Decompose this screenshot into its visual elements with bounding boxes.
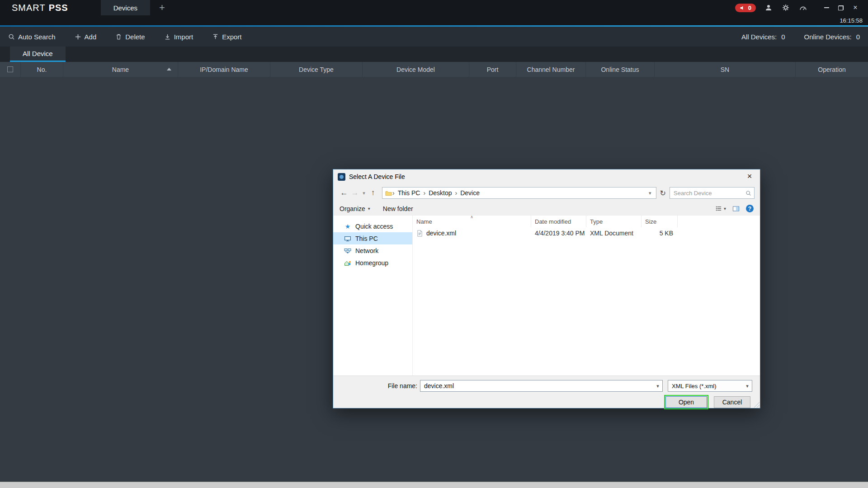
preview-pane-icon [732, 205, 740, 212]
help-button[interactable]: ? [746, 205, 754, 212]
clock-text: 16:15:58 [840, 17, 863, 24]
import-label: Import [174, 33, 193, 41]
cancel-button[interactable]: Cancel [714, 396, 750, 408]
column-channel-number[interactable]: Channel Number [516, 62, 586, 77]
titlebar-right: 0 × [735, 2, 868, 13]
file-column-size-label: Size [645, 218, 656, 225]
address-dropdown-icon[interactable]: ▾ [647, 190, 653, 196]
minimize-icon [824, 7, 829, 8]
search-icon [8, 33, 15, 40]
dialog-command-bar: Organize ▾ New folder ▾ ? [333, 202, 760, 216]
column-device-model[interactable]: Device Model [363, 62, 469, 77]
brand-smart: SMART [12, 3, 46, 13]
add-label: Add [85, 33, 97, 41]
open-button[interactable]: Open [665, 396, 707, 408]
search-input[interactable] [673, 189, 745, 197]
homegroup-icon [344, 259, 351, 267]
add-tab-button[interactable]: + [159, 3, 165, 12]
dialog-title: Select A Device File [349, 173, 405, 180]
quick-access-star-icon: ★ [344, 223, 351, 230]
auto-search-button[interactable]: Auto Search [8, 33, 56, 41]
tab-devices-label: Devices [113, 4, 137, 12]
restore-button[interactable] [835, 2, 847, 13]
address-bar[interactable]: › This PC › Desktop › Device ▾ [382, 187, 656, 199]
delete-button[interactable]: Delete [115, 33, 145, 41]
dialog-close-button[interactable]: × [739, 169, 760, 183]
column-sn[interactable]: SN [655, 62, 796, 77]
dialog-navbar: ← → ▾ ↑ › This PC › Desktop › Device ▾ ↻ [333, 184, 760, 202]
online-devices-counter: Online Devices: 0 [804, 33, 860, 41]
file-column-name[interactable]: Name ∧ [413, 216, 531, 227]
trash-icon [115, 33, 122, 40]
organize-button[interactable]: Organize ▾ [340, 205, 370, 212]
file-name-cell: device.xml [413, 230, 531, 237]
restore-icon [838, 5, 844, 10]
new-folder-label: New folder [383, 205, 413, 212]
column-online-status[interactable]: Online Status [586, 62, 655, 77]
file-sort-caret-icon: ∧ [470, 215, 473, 219]
sidebar-item-this-pc[interactable]: This PC [333, 232, 412, 244]
column-name[interactable]: Name [63, 62, 178, 77]
column-port[interactable]: Port [469, 62, 516, 77]
column-no[interactable]: No. [21, 62, 63, 77]
close-button[interactable]: × [849, 2, 862, 13]
file-row-device-xml[interactable]: device.xml 4/4/2019 3:40 PM XML Document… [413, 227, 760, 239]
breadcrumb-desktop[interactable]: Desktop [426, 189, 454, 197]
file-column-date[interactable]: Date modified [531, 216, 586, 227]
file-column-type[interactable]: Type [586, 216, 642, 227]
preview-pane-button[interactable] [732, 205, 740, 212]
dashboard-gauge-icon[interactable] [798, 3, 807, 12]
file-column-size[interactable]: Size [642, 216, 678, 227]
search-box [670, 187, 755, 199]
export-button[interactable]: Export [212, 33, 241, 41]
breadcrumb-device[interactable]: Device [458, 189, 482, 197]
export-label: Export [222, 33, 241, 41]
all-devices-label: All Devices: [741, 33, 777, 41]
device-toolbar: Auto Search Add Delete Import Export All… [0, 27, 868, 47]
tab-devices[interactable]: Devices [101, 0, 150, 15]
select-all-cell [0, 62, 21, 77]
bottom-bar [0, 482, 868, 488]
plus-icon [75, 33, 81, 40]
select-all-checkbox[interactable] [7, 66, 13, 72]
tab-all-device[interactable]: All Device [10, 47, 66, 62]
refresh-button[interactable]: ↻ [658, 189, 670, 197]
search-magnifier-icon [745, 190, 751, 196]
view-controls: ▾ ? [715, 205, 754, 212]
app-logo: SMART PSS [12, 3, 68, 13]
up-button[interactable]: ↑ [368, 188, 378, 197]
change-view-button[interactable]: ▾ [715, 205, 726, 212]
window-controls: × [820, 2, 862, 13]
file-type-select[interactable]: XML Files (*.xml) ▾ [668, 380, 752, 392]
import-button[interactable]: Import [164, 33, 193, 41]
file-list-header: Name ∧ Date modified Type Size [413, 216, 760, 227]
network-label: Network [355, 247, 378, 254]
quick-access-label: Quick access [355, 223, 393, 230]
forward-button[interactable]: → [349, 188, 360, 197]
time-row: 16:15:58 [0, 15, 868, 25]
alarm-indicator[interactable]: 0 [735, 4, 756, 12]
sidebar-item-homegroup[interactable]: Homegroup [333, 257, 412, 269]
breadcrumb-this-pc[interactable]: This PC [395, 189, 423, 197]
sidebar-item-network[interactable]: Network [333, 244, 412, 257]
column-operation[interactable]: Operation [796, 62, 868, 77]
file-name-dropdown-icon[interactable]: ▾ [653, 383, 662, 389]
gear-icon[interactable] [781, 3, 790, 12]
dialog-sidebar: ★ Quick access This PC Network Homegrou [333, 216, 413, 375]
this-pc-label: This PC [355, 235, 378, 242]
new-folder-button[interactable]: New folder [383, 205, 413, 212]
alarm-count: 0 [748, 5, 751, 11]
file-name-input[interactable] [420, 382, 653, 389]
history-chevron-icon[interactable]: ▾ [360, 190, 368, 196]
this-pc-icon [344, 235, 351, 242]
column-ip-domain[interactable]: IP/Domain Name [178, 62, 270, 77]
user-icon[interactable] [764, 3, 773, 12]
sidebar-item-quick-access[interactable]: ★ Quick access [333, 220, 412, 232]
all-devices-count: 0 [781, 33, 785, 41]
back-button[interactable]: ← [339, 188, 349, 197]
column-device-type[interactable]: Device Type [270, 62, 363, 77]
add-button[interactable]: Add [75, 33, 97, 41]
minimize-button[interactable] [820, 2, 833, 13]
sort-asc-icon [167, 68, 171, 70]
file-size-cell: 5 KB [642, 230, 678, 237]
